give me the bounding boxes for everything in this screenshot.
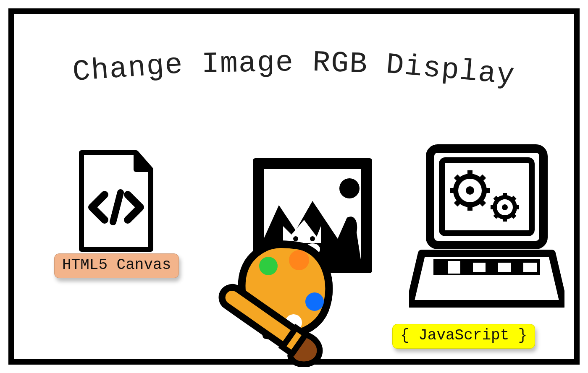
html5-canvas-badge: HTML5 Canvas bbox=[54, 253, 179, 278]
code-file-icon bbox=[73, 149, 157, 256]
svg-rect-41 bbox=[448, 261, 460, 274]
title-word-3: RGB bbox=[312, 46, 369, 81]
svg-line-23 bbox=[480, 176, 484, 180]
svg-point-10 bbox=[305, 292, 324, 311]
javascript-badge: { JavaScript } bbox=[392, 324, 535, 349]
title-word-2: Image bbox=[201, 46, 294, 81]
svg-rect-38 bbox=[460, 261, 473, 274]
diagram-frame: Change Image RGB Display bbox=[8, 8, 580, 365]
svg-rect-37 bbox=[435, 261, 448, 274]
svg-line-33 bbox=[512, 197, 515, 200]
svg-point-17 bbox=[466, 186, 474, 195]
title-word-4: Display bbox=[385, 48, 517, 93]
svg-point-9 bbox=[289, 250, 309, 270]
svg-line-35 bbox=[512, 214, 515, 217]
svg-line-24 bbox=[456, 201, 460, 205]
svg-line-34 bbox=[495, 214, 498, 217]
paint-palette-icon bbox=[203, 228, 342, 369]
svg-line-32 bbox=[495, 197, 498, 200]
svg-point-8 bbox=[259, 257, 278, 275]
title-word-1: Change bbox=[71, 48, 184, 89]
svg-line-25 bbox=[480, 201, 484, 205]
page-title: Change Image RGB Display bbox=[14, 48, 574, 81]
svg-line-22 bbox=[456, 176, 460, 180]
svg-rect-40 bbox=[511, 261, 523, 274]
svg-rect-39 bbox=[486, 261, 498, 274]
svg-point-27 bbox=[502, 204, 508, 210]
svg-point-3 bbox=[339, 178, 360, 198]
laptop-gears-icon bbox=[409, 144, 564, 314]
